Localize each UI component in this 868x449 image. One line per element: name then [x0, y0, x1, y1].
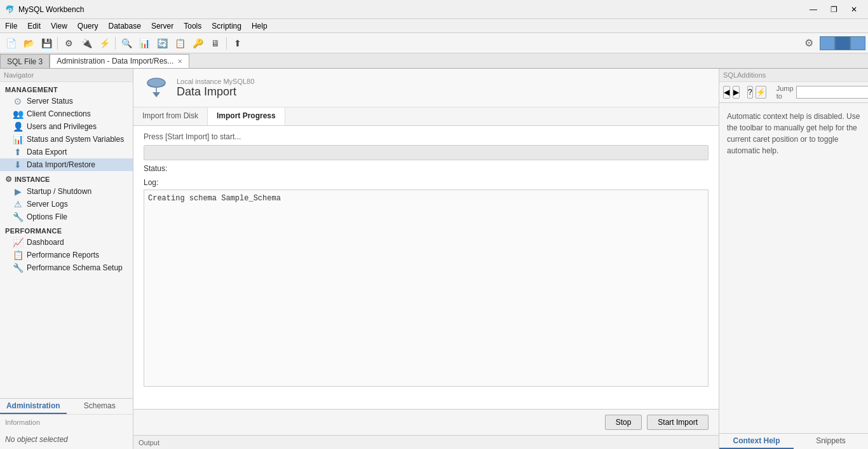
- sidebar-item-data-import-label: Data Import/Restore: [27, 160, 95, 169]
- data-import-header-icon: [144, 75, 169, 100]
- sidebar-tab-administration[interactable]: Administration: [0, 399, 67, 414]
- tab-admin-import[interactable]: Administration - Data Import/Res... ✕: [50, 54, 189, 68]
- toolbar-refresh[interactable]: 🔄: [154, 36, 170, 51]
- menu-database[interactable]: Database: [104, 20, 146, 32]
- sidebar-item-server-logs[interactable]: ⚠ Server Logs: [0, 198, 133, 211]
- sidebar-item-options-file[interactable]: 🔧 Options File: [0, 211, 133, 223]
- start-import-button[interactable]: Start Import: [647, 415, 709, 430]
- server-status-icon: ⊙: [13, 96, 23, 106]
- content-body: Press [Start Import] to start... Status:…: [133, 126, 719, 409]
- right-panel-tab-snippets[interactable]: Snippets: [794, 434, 868, 449]
- content-main-title: Data Import: [177, 85, 254, 99]
- sidebar-tab-schemas[interactable]: Schemas: [67, 399, 133, 414]
- sidebar-item-status-system-vars[interactable]: 📊 Status and System Variables: [0, 133, 133, 146]
- global-settings-button[interactable]: ⚙: [801, 36, 817, 51]
- main-layout: Navigator MANAGEMENT ⊙ Server Status 👥 C…: [0, 69, 868, 449]
- press-start-text: Press [Start Import] to start...: [144, 132, 709, 141]
- toolbar-settings[interactable]: ⚙: [60, 36, 77, 51]
- toolbar-clipboard[interactable]: 📋: [172, 36, 188, 51]
- close-button[interactable]: ✕: [845, 3, 863, 16]
- content-header: Local instance MySQL80 Data Import: [133, 69, 719, 107]
- sidebar-item-dashboard-label: Dashboard: [27, 238, 64, 247]
- instance-section-label: INSTANCE: [15, 176, 50, 183]
- output-label: Output: [139, 439, 159, 446]
- dashboard-icon: 📈: [13, 237, 23, 247]
- sidebar-item-data-import[interactable]: ⬇ Data Import/Restore: [0, 158, 133, 171]
- toolbar-search[interactable]: 🔍: [118, 36, 135, 51]
- tab-sql-file-3[interactable]: SQL File 3: [0, 54, 50, 68]
- sidebar-item-client-connections[interactable]: 👥 Client Connections: [0, 107, 133, 120]
- sidebar-item-startup-shutdown-label: Startup / Shutdown: [27, 187, 92, 196]
- menu-help[interactable]: Help: [247, 20, 273, 32]
- right-panel-tab-context-help[interactable]: Context Help: [719, 434, 794, 449]
- toolbar-new-file[interactable]: 📄: [3, 36, 19, 51]
- menu-edit[interactable]: Edit: [22, 20, 46, 32]
- title-bar-left: 🐬 MySQL Workbench: [5, 5, 84, 14]
- toolbar-sep-2: [115, 37, 116, 50]
- management-section-label: MANAGEMENT: [0, 82, 133, 95]
- sidebar-item-data-export[interactable]: ⬆ Data Export: [0, 146, 133, 158]
- sidebar-item-client-connections-label: Client Connections: [27, 109, 91, 118]
- toolbar-sep-1: [57, 37, 58, 50]
- menu-bar: File Edit View Query Database Server Too…: [0, 19, 868, 33]
- help-auto-button[interactable]: ⚡: [756, 86, 766, 99]
- menu-scripting[interactable]: Scripting: [207, 20, 247, 32]
- app-title: MySQL Workbench: [18, 5, 84, 14]
- server-logs-icon: ⚠: [13, 199, 23, 209]
- sidebar-item-server-status[interactable]: ⊙ Server Status: [0, 95, 133, 107]
- tab-admin-import-close[interactable]: ✕: [177, 58, 182, 65]
- sidebar-item-dashboard[interactable]: 📈 Dashboard: [0, 236, 133, 249]
- sidebar-item-startup-shutdown[interactable]: ▶ Startup / Shutdown: [0, 185, 133, 198]
- menu-tools[interactable]: Tools: [179, 20, 207, 32]
- jump-to-input[interactable]: [796, 86, 868, 99]
- sidebar: Navigator MANAGEMENT ⊙ Server Status 👥 C…: [0, 69, 133, 449]
- sidebar-item-status-system-vars-label: Status and System Variables: [27, 135, 124, 144]
- sidebar-item-users-privileges[interactable]: 👤 Users and Privileges: [0, 120, 133, 133]
- performance-schema-setup-icon: 🔧: [13, 263, 23, 273]
- stop-button[interactable]: Stop: [605, 415, 642, 430]
- nav-prev-button[interactable]: ◀: [723, 86, 730, 99]
- nav-next-button[interactable]: ▶: [733, 86, 740, 99]
- log-label: Log:: [144, 178, 709, 187]
- users-privileges-icon: 👤: [13, 121, 23, 132]
- maximize-button[interactable]: ❐: [825, 3, 843, 16]
- tab-bar: SQL File 3 Administration - Data Import/…: [0, 53, 868, 69]
- toolbar-key[interactable]: 🔑: [189, 36, 206, 51]
- title-bar: 🐬 MySQL Workbench — ❐ ✕: [0, 0, 868, 19]
- toolbar-save[interactable]: 💾: [38, 36, 55, 51]
- toolbar-connect[interactable]: 🔌: [78, 36, 95, 51]
- menu-server[interactable]: Server: [146, 20, 179, 32]
- sidebar-item-performance-reports-label: Performance Reports: [27, 251, 99, 259]
- options-file-icon: 🔧: [13, 212, 23, 222]
- instance-icon: ⚙: [5, 175, 12, 184]
- instance-section-header: ⚙ INSTANCE: [0, 171, 133, 185]
- log-area[interactable]: Creating schema Sample_Schema: [144, 190, 709, 387]
- svg-marker-1: [153, 92, 160, 97]
- sidebar-item-performance-schema-setup[interactable]: 🔧 Performance Schema Setup: [0, 261, 133, 274]
- layout-btn-3[interactable]: [850, 36, 865, 50]
- sub-tab-import-progress[interactable]: Import Progress: [208, 107, 285, 125]
- sidebar-item-options-file-label: Options File: [27, 212, 67, 221]
- content-instance-label: Local instance MySQL80: [177, 78, 254, 85]
- minimize-button[interactable]: —: [804, 3, 822, 16]
- output-bar: Output: [133, 435, 719, 449]
- help-toggle-button[interactable]: ?: [747, 86, 753, 99]
- sub-tab-bar: Import from Disk Import Progress: [133, 107, 719, 126]
- sidebar-item-performance-reports[interactable]: 📋 Performance Reports: [0, 249, 133, 261]
- menu-view[interactable]: View: [46, 20, 72, 32]
- layout-btn-2[interactable]: [835, 36, 850, 50]
- sub-tab-import-from-disk[interactable]: Import from Disk: [133, 107, 208, 125]
- toolbar-chart[interactable]: 📊: [136, 36, 153, 51]
- toolbar-monitor[interactable]: 🖥: [207, 36, 224, 51]
- menu-file[interactable]: File: [0, 20, 22, 32]
- sidebar-item-data-export-label: Data Export: [27, 148, 67, 156]
- jump-to-label: Jump to: [776, 85, 794, 100]
- content-title-block: Local instance MySQL80 Data Import: [177, 78, 254, 99]
- menu-query[interactable]: Query: [72, 20, 104, 32]
- right-panel-help-text: Automatic context help is disabled. Use …: [719, 103, 868, 433]
- layout-btn-1[interactable]: [820, 36, 835, 50]
- toolbar-run[interactable]: ⚡: [96, 36, 112, 51]
- toolbar-open[interactable]: 📂: [20, 36, 37, 51]
- toolbar-extra[interactable]: ⬆: [229, 36, 246, 51]
- performance-section-label: PERFORMANCE: [0, 223, 133, 236]
